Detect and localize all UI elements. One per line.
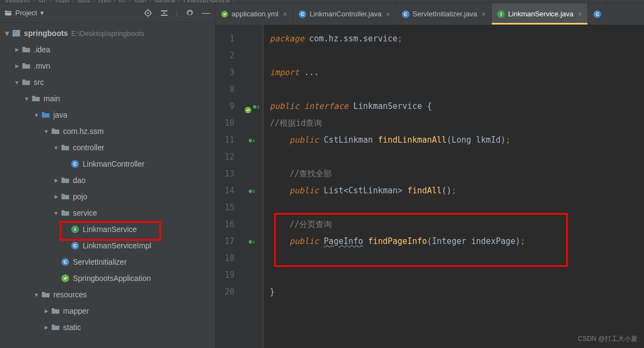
expand-arrow-icon[interactable]: ▶ [42,307,50,315]
tab-overflow[interactable]: C [588,3,607,25]
tree-item-src[interactable]: ▼src [0,74,215,90]
code-content[interactable]: package com.hz.ssm.service;import ...pub… [263,25,644,348]
folder-icon [61,143,70,152]
gutter-icon-row [242,267,263,284]
implemented-icon[interactable]: ●↓ [249,233,256,250]
editor-body[interactable]: 123891011121314151617181920 ●↓●↓●↓●↓ pac… [215,25,644,348]
line-number: 3 [215,64,234,81]
expand-arrow-icon[interactable]: ▼ [52,144,60,151]
expand-arrow-icon[interactable]: ▶ [13,62,21,70]
expand-arrow-icon[interactable]: ▼ [23,95,30,102]
expand-arrow-icon[interactable]: ▼ [52,209,60,217]
gutter-icon-row: ●↓ [242,132,263,149]
code-line[interactable]: //根据id查询 [270,115,644,132]
tree-item--idea[interactable]: ▶.idea [0,41,215,58]
close-icon[interactable]: × [283,10,287,19]
tree-item-label: dao [73,176,85,185]
code-line[interactable] [270,267,644,284]
tab-linkmancontroller-java[interactable]: CLinkmanController.java× [293,3,396,25]
tree-item-label: LinkmanServiceImpl [83,241,151,250]
tree-item-label: LinkmanService [83,225,137,234]
close-icon[interactable]: × [481,10,486,19]
expand-arrow-icon[interactable]: ▼ [13,78,21,86]
implemented-icon[interactable]: ●↓ [253,98,260,115]
tree-root[interactable]: ▼ springboots E:\Desktop\springboots [0,25,215,41]
tree-item--mvn[interactable]: ▶.mvn [0,58,215,74]
tab-linkmanservice-java[interactable]: ILinkmanService.java× [492,3,588,25]
module-icon [12,29,21,38]
tree-item-service[interactable]: ▼service [0,205,215,221]
expand-arrow-icon[interactable]: ▶ [42,323,50,331]
line-gutter: 123891011121314151617181920 [215,25,242,348]
tree-item-mapper[interactable]: ▶mapper [0,303,215,319]
interface-green-icon: I [71,225,79,234]
expand-arrow-icon[interactable]: ▶ [52,193,60,200]
line-number: 2 [215,47,234,64]
tab-servletinitializer-java[interactable]: CServletInitializer.java× [397,3,492,25]
folder-icon [41,290,50,299]
tab-application-yml[interactable]: application.yml× [215,3,293,25]
tree-item-dao[interactable]: ▶dao [0,172,215,188]
code-line[interactable]: public interface LinkmanService { [270,98,644,115]
gear-icon[interactable] [185,9,194,17]
expand-arrow-icon[interactable]: ▼ [3,29,11,37]
code-line[interactable]: public List<CstLinkman> findAll(); [270,182,644,199]
collapse-icon[interactable] [160,9,169,17]
code-line[interactable]: //查找全部 [270,166,644,182]
code-line[interactable] [270,81,644,98]
tree-item-label: service [73,209,97,217]
tree-item-static[interactable]: ▶static [0,319,215,335]
gutter-icon-row: ●↓ [242,182,263,199]
tree-item-label: controller [73,143,104,152]
tab-label: LinkmanService.java [508,10,573,18]
project-icon [4,9,12,17]
code-line[interactable]: package com.hz.ssm.service; [270,30,644,47]
project-label-text: Project [15,9,37,17]
tree-item-pojo[interactable]: ▶pojo [0,188,215,205]
line-number: 16 [215,216,234,233]
tree-item-springbootsapplication[interactable]: SpringbootsApplication [0,270,215,286]
tree-item-com-hz-ssm[interactable]: ▼com.hz.ssm [0,123,215,139]
target-icon[interactable] [144,9,152,17]
implemented-icon[interactable]: ●↓ [249,182,256,199]
tree-item-resources[interactable]: ▼resources [0,286,215,303]
expand-arrow-icon[interactable]: ▼ [33,291,40,298]
tree-item-main[interactable]: ▼main [0,90,215,107]
tree-item-label: com.hz.ssm [63,127,104,136]
tree-item-java[interactable]: ▼java [0,107,215,123]
line-number: 18 [215,250,234,267]
implemented-icon[interactable]: ●↓ [249,132,256,149]
code-line[interactable] [270,47,644,64]
tree-item-servletinitializer[interactable]: CServletInitializer [0,254,215,270]
code-line[interactable] [270,250,644,267]
line-number: 19 [215,267,234,284]
hide-icon[interactable]: — [202,9,210,17]
code-line[interactable] [270,199,644,216]
svg-rect-10 [14,31,16,33]
code-line[interactable]: import ... [270,64,644,81]
svg-point-1 [147,12,148,14]
close-icon[interactable]: × [578,10,582,19]
code-line[interactable] [270,149,644,166]
expand-arrow-icon[interactable]: ▶ [52,176,60,184]
tree-item-linkmanservice[interactable]: ILinkmanService [0,221,215,237]
tree-item-label: SpringbootsApplication [73,274,151,283]
close-icon[interactable]: × [386,10,390,19]
tree-item-linkmanserviceimpl[interactable]: CLinkmanServiceImpl [0,237,215,254]
tree-item-linkmancontroller[interactable]: CLinkmanController [0,156,215,172]
project-dropdown[interactable]: Project ▾ [4,9,44,17]
line-number: 17 [215,233,234,250]
folder-icon [32,94,40,103]
folder-icon [22,45,30,54]
code-line[interactable]: public CstLinkman findLinkmanAll(Long lk… [270,132,644,149]
code-line[interactable]: public PageInfo findPageInfo(Integer ind… [270,233,644,250]
spring-gutter-icon[interactable] [244,103,252,111]
expand-arrow-icon[interactable]: ▶ [13,46,21,53]
code-line[interactable]: //分页查询 [270,216,644,233]
svg-rect-9 [13,30,20,36]
expand-arrow-icon[interactable]: ▼ [33,111,40,119]
expand-arrow-icon[interactable]: ▼ [42,127,50,135]
code-line[interactable]: } [270,284,644,301]
code-line[interactable] [270,301,644,318]
tree-item-controller[interactable]: ▼controller [0,139,215,156]
